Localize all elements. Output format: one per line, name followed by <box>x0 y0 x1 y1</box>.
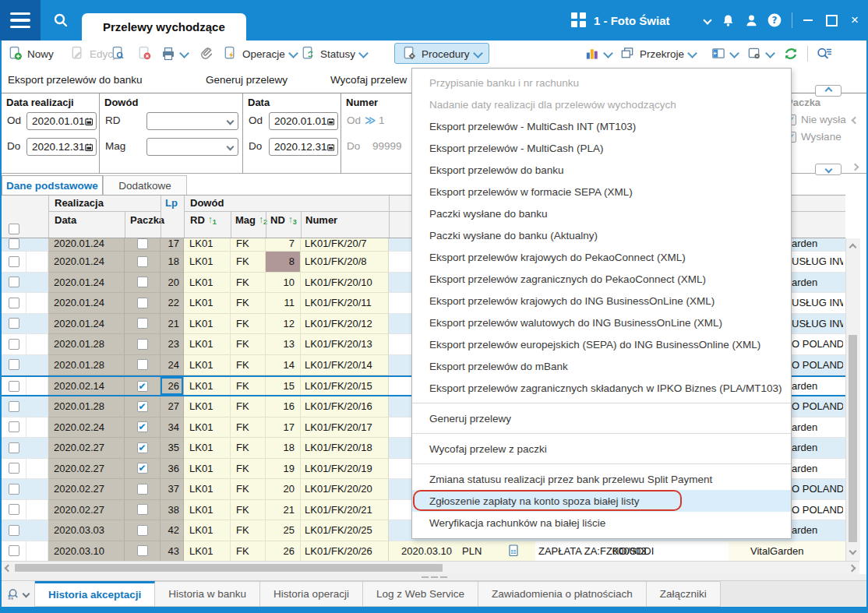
package-checkbox[interactable] <box>137 484 148 495</box>
find-document-button[interactable] <box>111 41 125 66</box>
window-tab[interactable]: Przelewy wychodzące <box>82 13 246 41</box>
horizontal-scrollbar[interactable] <box>2 561 859 574</box>
withdraw-transfer-action[interactable]: Wycofaj przelew <box>330 67 407 93</box>
menu-item[interactable]: Eksport przelewów walutowych do ING Busi… <box>412 312 791 333</box>
vertical-scrollbar[interactable] <box>845 238 860 561</box>
number-to-value[interactable]: 99999 <box>372 140 413 152</box>
menu-item[interactable]: Eksport przelewów krajowych do PekaoConn… <box>412 246 791 268</box>
row-select-checkbox[interactable] <box>9 359 19 370</box>
column-header-paczka[interactable]: Paczka <box>130 213 164 227</box>
menu-item[interactable]: Paczki wysłane do banku (Aktualny) <box>412 224 791 246</box>
package-checkbox[interactable] <box>137 545 148 556</box>
menu-item[interactable]: Weryfikacja rachunków na białej liście <box>412 512 791 534</box>
menu-item[interactable]: Wycofaj przelew z paczki <box>412 438 791 460</box>
attachments-button[interactable] <box>199 41 214 66</box>
menu-item[interactable]: Eksport przelewów - MultiCash (PLA) <box>412 137 791 159</box>
column-header-data[interactable]: Data <box>55 213 76 227</box>
package-checkbox[interactable]: ✔ <box>137 401 148 412</box>
row-select-checkbox[interactable] <box>9 421 19 432</box>
menu-item[interactable]: Eksport przelewów europejskich (SEPA) do… <box>412 333 791 355</box>
package-checkbox[interactable]: ✔ <box>137 421 148 432</box>
package-checkbox[interactable]: ✔ <box>137 442 148 453</box>
row-select-checkbox[interactable] <box>9 339 19 350</box>
realization-date-to-input[interactable]: 2020.12.31 <box>26 138 97 156</box>
horizontal-scroll-thumb[interactable] <box>15 564 443 572</box>
refresh-button[interactable] <box>782 41 799 66</box>
menu-item[interactable]: Eksport przelewów krajowych do ING Busin… <box>412 290 791 312</box>
menu-item-highlighted[interactable]: Zgłoszenie zapłaty na konto spoza białej… <box>412 490 791 512</box>
splitter-grip[interactable] <box>0 574 868 580</box>
hamburger-menu-icon[interactable] <box>0 0 41 41</box>
row-select-checkbox[interactable] <box>9 525 19 536</box>
filter-collapse-down-button[interactable] <box>815 164 842 175</box>
menu-item[interactable]: Eksport przelewów do banku <box>412 159 791 181</box>
tab-dane-podstawowe[interactable]: Dane podstawowe <box>2 175 103 195</box>
row-select-checkbox[interactable] <box>9 298 19 308</box>
table-row[interactable]: 2020.03.1043LK01FK26LK01/FK/20/262020.03… <box>2 541 845 562</box>
number-from-value[interactable]: 1 <box>379 114 385 126</box>
menu-item[interactable]: Eksport przelewów do mBank <box>412 355 791 377</box>
row-select-checkbox[interactable] <box>9 401 19 412</box>
vertical-scroll-thumb[interactable] <box>849 335 857 542</box>
help-icon[interactable]: ? <box>765 11 784 30</box>
package-checkbox[interactable] <box>137 277 148 287</box>
package-checkbox[interactable] <box>137 504 148 515</box>
row-select-checkbox[interactable] <box>9 442 19 453</box>
package-checkbox[interactable] <box>137 339 148 350</box>
column-header-mag[interactable]: Mag ↑2 <box>235 213 267 227</box>
panel-toggle-button[interactable] <box>711 41 738 66</box>
menu-item[interactable]: Paczki wysłane do banku <box>412 203 791 224</box>
operations-menu-button[interactable]: Operacje <box>223 41 297 66</box>
filter-scroll-left-icon[interactable] <box>852 114 858 125</box>
delete-document-button[interactable] <box>137 41 152 66</box>
package-checkbox[interactable] <box>137 525 148 536</box>
advanced-search-button[interactable] <box>815 41 832 66</box>
date-from-input[interactable]: 2020.01.01 <box>269 112 338 130</box>
date-to-input[interactable]: 2020.12.31 <box>269 138 338 156</box>
grid-settings-button[interactable] <box>746 41 774 66</box>
generate-transfers-action[interactable]: Generuj przelewy <box>206 67 288 93</box>
filter-scroll-right-icon[interactable] <box>852 160 858 172</box>
realization-date-from-input[interactable]: 2020.01.01 <box>26 112 97 130</box>
tab-historia-w-banku[interactable]: Historia w banku <box>155 581 260 607</box>
app-grid-icon[interactable] <box>571 12 587 28</box>
statuses-menu-button[interactable]: Statusy <box>301 41 367 66</box>
menu-item[interactable]: Generuj przelewy <box>412 407 791 429</box>
menu-item[interactable]: Zmiana statusu realizacji przez bank prz… <box>412 468 791 490</box>
row-select-checkbox[interactable] <box>9 484 19 495</box>
document-preview-icon[interactable] <box>507 541 520 562</box>
search-icon[interactable] <box>41 0 81 41</box>
column-header-nd[interactable]: ND ↑3 <box>270 213 297 227</box>
row-select-checkbox[interactable] <box>9 238 19 249</box>
minimize-button[interactable] <box>798 11 818 30</box>
new-button[interactable]: Nowy <box>8 41 54 66</box>
filter-collapse-up-button[interactable] <box>815 85 842 97</box>
export-transfers-action[interactable]: Eksport przelewów do banku <box>8 67 143 93</box>
row-select-checkbox[interactable] <box>9 277 19 287</box>
group-header-dowod[interactable]: Dowód <box>190 197 224 209</box>
company-chevron-down-icon[interactable] <box>698 11 717 30</box>
row-select-checkbox[interactable] <box>9 318 19 329</box>
tab-dodatkowe[interactable]: Dodatkowe <box>103 175 187 195</box>
procedures-menu-button[interactable]: Procedury <box>394 41 489 66</box>
row-select-checkbox[interactable] <box>9 256 19 267</box>
menu-item[interactable]: Eksport przelewów - MultiCash INT (MT103… <box>412 115 791 137</box>
package-checkbox[interactable] <box>137 298 148 308</box>
select-all-checkbox[interactable] <box>9 224 19 237</box>
row-select-checkbox[interactable] <box>9 381 19 392</box>
menu-item[interactable]: Eksport przelewów zagranicznych składany… <box>412 377 791 399</box>
print-button[interactable] <box>161 41 188 66</box>
package-checkbox[interactable] <box>137 238 148 249</box>
group-header-lp[interactable]: Lp <box>165 197 178 209</box>
group-header-realizacja[interactable]: Realizacja <box>55 197 104 209</box>
column-header-numer[interactable]: Numer <box>305 213 337 227</box>
close-button[interactable]: × <box>845 11 865 30</box>
package-checkbox[interactable] <box>137 359 148 370</box>
tab-historia-operacji[interactable]: Historia operacji <box>260 581 363 607</box>
maximize-button[interactable] <box>821 11 842 30</box>
row-select-checkbox[interactable] <box>9 463 19 474</box>
row-select-checkbox[interactable] <box>9 545 19 556</box>
package-sent-checkbox[interactable]: ✔Wysłane <box>785 131 842 143</box>
tab-zawiadomienia-o-platnosciach[interactable]: Zawiadomienia o płatnościach <box>478 581 647 607</box>
mag-combobox[interactable] <box>146 138 238 156</box>
